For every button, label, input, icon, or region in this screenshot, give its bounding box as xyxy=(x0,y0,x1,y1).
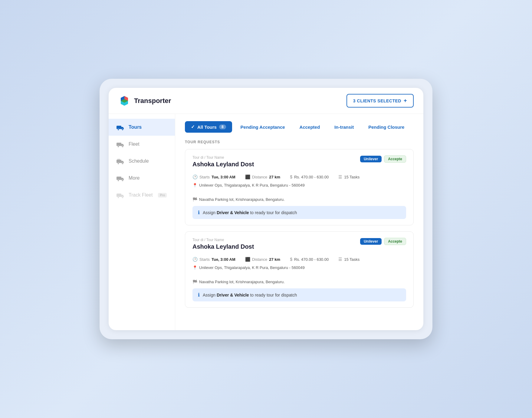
tour-card: Tour di / Tour Name Ashoka Leyland Dost … xyxy=(185,231,414,308)
location-from: 📍 Unilever Ops, Thigalarapalya, K R Pura… xyxy=(192,183,305,187)
svg-rect-7 xyxy=(117,160,121,163)
svg-point-16 xyxy=(118,197,119,198)
clients-selected-label: 3 CLIENTS SELECTED xyxy=(353,98,401,103)
svg-point-8 xyxy=(118,163,119,164)
tab-pending-acceptance-label: Pending Acceptance xyxy=(241,124,285,130)
app-container: Transporter 3 CLIENTS SELECTED + xyxy=(109,88,423,330)
svg-point-13 xyxy=(118,180,119,181)
tour-card: Tour di / Tour Name Ashoka Leyland Dost … xyxy=(185,149,414,225)
location-to: 🏁 Navatha Parking lot, Krishnarajapura, … xyxy=(192,197,285,202)
pin-from-icon: 📍 xyxy=(192,183,197,187)
clock-icon: 🕐 xyxy=(192,174,198,179)
assign-post-2: to ready tour for dispatch xyxy=(249,293,297,297)
tour-locations: 📍 Unilever Ops, Thigalarapalya, K R Pura… xyxy=(192,183,406,202)
svg-rect-1 xyxy=(117,126,121,129)
from-value: Unilever Ops, Thigalarapalya, K R Pura, … xyxy=(199,183,305,187)
svg-rect-4 xyxy=(117,143,121,146)
price-value-2: Rs. 470.00 - 630.00 xyxy=(294,257,329,262)
track-fleet-icon xyxy=(116,191,124,199)
detail-price: $ Rs. 470.00 - 630.00 xyxy=(290,174,329,179)
price-icon-2: $ xyxy=(290,257,292,262)
svg-point-2 xyxy=(118,129,119,131)
distance-icon-2: ⬛ xyxy=(245,257,250,262)
distance-value: 27 km xyxy=(269,175,280,179)
detail-tasks: ☰ 15 Tasks xyxy=(338,174,360,179)
svg-point-6 xyxy=(122,146,123,148)
detail-starts-2: 🕐 Starts Tue, 3:00 AM xyxy=(192,257,235,262)
tasks-value-2: 15 Tasks xyxy=(344,257,360,262)
tour-name: Ashoka Leyland Dost xyxy=(192,161,254,168)
badge-status-2: Accepte xyxy=(384,238,406,245)
outer-frame: Transporter 3 CLIENTS SELECTED + xyxy=(100,79,432,339)
distance-label-2: Distance xyxy=(252,257,268,262)
fleet-icon xyxy=(116,140,124,148)
tab-all-tours-label: All Tours xyxy=(197,124,217,130)
assign-banner-2: ℹ Assign Driver & Vehicle to ready tour … xyxy=(192,288,406,301)
sidebar-item-more[interactable]: More xyxy=(109,170,175,187)
location-to-2: 🏁 Navatha Parking lot, Krishnarajapura, … xyxy=(192,280,285,284)
detail-distance-2: ⬛ Distance 27 km xyxy=(245,257,280,262)
assign-bold-2: Driver & Vehicle xyxy=(217,293,249,297)
badge-client: Unilever xyxy=(360,156,382,162)
tour-name-2: Ashoka Leyland Dost xyxy=(192,243,254,250)
tour-card-header-2: Tour di / Tour Name Ashoka Leyland Dost … xyxy=(192,238,406,254)
svg-point-17 xyxy=(122,197,123,198)
sidebar-label-tours: Tours xyxy=(129,124,142,130)
sidebar-label-track-fleet: Track Fleet xyxy=(129,192,153,198)
badge-client-2: Unilever xyxy=(360,238,382,245)
tab-all-tours[interactable]: ✓ All Tours 8 xyxy=(185,121,232,133)
tour-card-header: Tour di / Tour Name Ashoka Leyland Dost … xyxy=(192,155,406,172)
tasks-icon: ☰ xyxy=(338,174,342,179)
app-logo-icon xyxy=(118,95,130,107)
pin-to-icon: 🏁 xyxy=(192,197,197,202)
pro-badge: Pro xyxy=(158,193,167,197)
tour-sublabel: Tour di / Tour Name xyxy=(192,155,254,160)
more-icon xyxy=(116,174,124,182)
tour-label-2: Tour di / Tour Name Ashoka Leyland Dost xyxy=(192,238,254,254)
to-value-2: Navatha Parking lot, Krishnarajapura, Be… xyxy=(199,280,285,284)
info-icon: ℹ xyxy=(198,210,200,215)
distance-icon: ⬛ xyxy=(245,174,250,179)
svg-point-5 xyxy=(118,146,119,148)
starts-value-2: Tue, 3:00 AM xyxy=(212,257,235,262)
starts-value: Tue, 3:00 AM xyxy=(212,175,235,179)
detail-distance: ⬛ Distance 27 km xyxy=(245,174,280,179)
tab-all-tours-badge: 8 xyxy=(219,124,226,129)
location-from-2: 📍 Unilever Ops, Thigalarapalya, K R Pura… xyxy=(192,265,305,270)
assign-pre: Assign xyxy=(203,210,217,215)
tab-pending-closure[interactable]: Pending Closure xyxy=(362,121,410,133)
svg-point-9 xyxy=(122,163,123,164)
main-layout: Tours Fleet xyxy=(109,114,423,330)
assign-banner: ℹ Assign Driver & Vehicle to ready tour … xyxy=(192,206,406,219)
clients-selected-button[interactable]: 3 CLIENTS SELECTED + xyxy=(346,94,414,108)
tour-details: 🕐 Starts Tue, 3:00 AM ⬛ Distance 27 km $… xyxy=(192,174,406,179)
starts-label-2: Starts xyxy=(199,257,210,262)
sidebar-item-fleet[interactable]: Fleet xyxy=(109,136,175,153)
content-area: ✓ All Tours 8 Pending Acceptance Accepte… xyxy=(175,114,423,330)
tab-accepted-label: Accepted xyxy=(300,124,320,130)
header: Transporter 3 CLIENTS SELECTED + xyxy=(109,88,423,114)
detail-price-2: $ Rs. 470.00 - 630.00 xyxy=(290,257,329,262)
distance-value-2: 27 km xyxy=(269,257,280,262)
tasks-value: 15 Tasks xyxy=(344,175,360,179)
tabs-row: ✓ All Tours 8 Pending Acceptance Accepte… xyxy=(185,121,414,133)
tour-sublabel-2: Tour di / Tour Name xyxy=(192,238,254,242)
sidebar-label-more: More xyxy=(129,175,140,181)
info-icon-2: ℹ xyxy=(198,292,200,298)
tab-pending-closure-label: Pending Closure xyxy=(368,124,404,130)
sidebar-item-tours[interactable]: Tours xyxy=(109,119,175,136)
sidebar-item-schedule[interactable]: Schedule xyxy=(109,153,175,170)
starts-label: Starts xyxy=(199,175,210,179)
section-title: TOUR REQUESTS xyxy=(185,140,414,144)
tour-details-2: 🕐 Starts Tue, 3:00 AM ⬛ Distance 27 km $… xyxy=(192,257,406,262)
tab-pending-acceptance[interactable]: Pending Acceptance xyxy=(235,121,291,133)
tours-icon xyxy=(116,123,124,131)
price-icon: $ xyxy=(290,174,292,179)
price-value: Rs. 470.00 - 630.00 xyxy=(294,175,329,179)
tasks-icon-2: ☰ xyxy=(338,257,342,262)
tour-label: Tour di / Tour Name Ashoka Leyland Dost xyxy=(192,155,254,172)
tab-accepted[interactable]: Accepted xyxy=(294,121,326,133)
tab-in-transit[interactable]: In-transit xyxy=(328,121,360,133)
schedule-icon xyxy=(116,157,124,165)
sidebar-item-track-fleet[interactable]: Track Fleet Pro xyxy=(109,187,175,204)
